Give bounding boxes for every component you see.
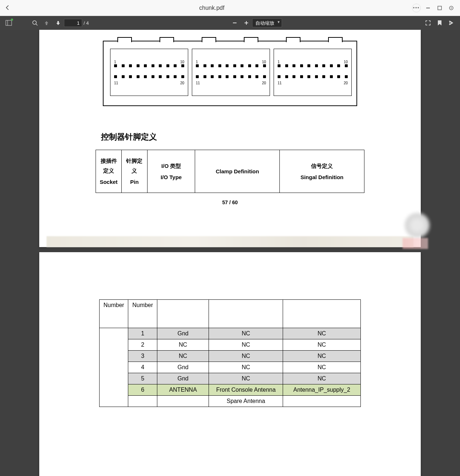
socket-cell [100,328,128,407]
redacted-strip [47,236,413,247]
table-cell: ANTENNA [157,384,209,396]
table-cell: NC [209,362,283,373]
table-cell: 2 [128,339,157,351]
page-down-button[interactable] [53,18,63,28]
table-row: 4GndNCNC [100,362,361,373]
page-indicator: 57 / 60 [54,199,406,205]
pdf-page-1: 1 10 11 20 1 10 11 20 1 10 11 20 [39,30,421,247]
svg-line-7 [36,24,37,25]
pdf-viewer[interactable]: 1 10 11 20 1 10 11 20 1 10 11 20 [0,30,460,476]
table-cell: NC [283,339,361,351]
svg-rect-4 [6,20,12,25]
table-cell: Spare Antenna [209,396,283,407]
table-cell: 4 [128,362,157,373]
table-cell: 1 [128,328,157,339]
table-cell: NC [209,351,283,362]
table-cell: NC [209,373,283,384]
page-total: / 4 [84,20,89,26]
minimize-button[interactable] [424,4,432,12]
window-titlebar: chunk.pdf ••• [0,0,460,16]
table-row: 5GndNCNC [100,373,361,384]
table-cell: NC [283,373,361,384]
window-controls: ••• [412,4,456,12]
target-button[interactable] [447,4,456,12]
table-cell: NC [157,351,209,362]
watermark-blur [403,238,428,249]
table-row: 3NCNCNC [100,351,361,362]
pdf-page-2: Number Number 1GndNCNC2NCNCNC3NCNCNC4Gnd… [39,252,421,476]
svg-rect-1 [438,6,441,10]
notification-dot-icon [11,19,13,21]
table-row: Spare Antenna [100,396,361,407]
zoom-in-button[interactable] [241,18,251,28]
table-cell [128,396,157,407]
page-up-button[interactable] [41,18,52,28]
section-title: 控制器针脚定义 [101,132,406,142]
svg-point-3 [451,7,452,8]
document-title: chunk.pdf [12,5,412,11]
fullscreen-button[interactable] [423,18,433,28]
table-cell: NC [209,328,283,339]
table-cell: Front Console Antenna [209,384,283,396]
table-cell: Gnd [157,373,209,384]
table-row: 2NCNCNC [100,339,361,351]
table-cell: NC [157,339,209,351]
page-input[interactable] [64,19,82,27]
table-cell: NC [283,362,361,373]
table-cell [157,396,209,407]
maximize-button[interactable] [435,4,444,12]
watermark-blur [403,211,432,240]
svg-point-6 [33,21,36,24]
sidebar-toggle-button[interactable] [4,18,14,28]
table-cell: NC [209,339,283,351]
zoom-select[interactable]: 自动缩放 [252,19,282,27]
more-button[interactable]: ••• [412,4,421,12]
table-cell: Gnd [157,328,209,339]
table-row: 1GndNCNC [100,328,361,339]
definition-table: 接插件定义 Socket 针脚定义 Pin I/O 类型 I/O Type Cl… [96,150,364,193]
table-header-row: Number Number [100,300,361,328]
table-cell: 3 [128,351,157,362]
table-row: 接插件定义 Socket 针脚定义 Pin I/O 类型 I/O Type Cl… [96,150,364,193]
search-button[interactable] [30,18,40,28]
table-cell [283,396,361,407]
zoom-out-button[interactable] [230,18,240,28]
table-cell: 5 [128,373,157,384]
connector-diagram: 1 10 11 20 1 10 11 20 1 10 11 20 [103,41,357,110]
pdf-toolbar: / 4 自动缩放 [0,16,460,30]
table-cell: NC [283,351,361,362]
tools-button[interactable] [446,18,456,28]
table-cell: NC [283,328,361,339]
bookmark-button[interactable] [435,18,445,28]
pin-table: Number Number 1GndNCNC2NCNCNC3NCNCNC4Gnd… [99,299,361,407]
table-cell: 6 [128,384,157,396]
table-cell: Gnd [157,362,209,373]
table-cell: Antenna_IP_supply_2 [283,384,361,396]
table-row: 6ANTENNAFront Console AntennaAntenna_IP_… [100,384,361,396]
back-button[interactable] [4,4,12,12]
